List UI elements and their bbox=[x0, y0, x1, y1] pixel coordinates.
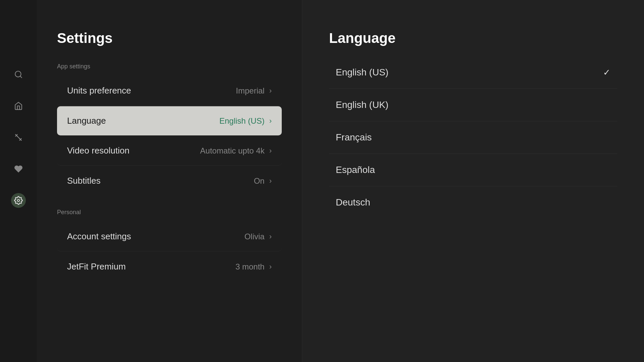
language-option-english-us[interactable]: English (US) ✓ bbox=[329, 56, 617, 89]
language-item[interactable]: Language English (US) › bbox=[57, 106, 282, 135]
language-name-english-uk: English (UK) bbox=[336, 100, 388, 110]
units-preference-item[interactable]: Units preference Imperial › bbox=[57, 76, 282, 106]
settings-icon[interactable] bbox=[11, 193, 26, 208]
language-panel: Language English (US) ✓ English (UK) Fra… bbox=[302, 0, 644, 362]
language-option-francais[interactable]: Français bbox=[329, 121, 617, 154]
sidebar bbox=[0, 0, 37, 362]
svg-point-3 bbox=[17, 199, 20, 202]
language-name-deutsch: Deutsch bbox=[336, 197, 370, 208]
premium-chevron-icon: › bbox=[269, 262, 272, 271]
language-right: English (US) › bbox=[219, 116, 272, 126]
video-chevron-icon: › bbox=[269, 146, 272, 155]
language-chevron-icon: › bbox=[269, 117, 272, 125]
premium-value: 3 month bbox=[235, 262, 265, 272]
home-icon[interactable] bbox=[11, 99, 26, 113]
video-label: Video resolution bbox=[67, 145, 129, 156]
settings-panel: Settings App settings Units preference I… bbox=[37, 0, 302, 362]
language-label: Language bbox=[67, 116, 106, 126]
personal-settings-list: Account settings Olivia › JetFit Premium… bbox=[57, 222, 282, 281]
account-value: Olivia bbox=[245, 232, 265, 241]
search-icon[interactable] bbox=[11, 67, 26, 82]
check-icon-english-us: ✓ bbox=[603, 67, 610, 78]
language-option-espanola[interactable]: Española bbox=[329, 154, 617, 186]
language-name-english-us: English (US) bbox=[336, 67, 388, 78]
account-settings-item[interactable]: Account settings Olivia › bbox=[57, 222, 282, 251]
language-option-deutsch[interactable]: Deutsch bbox=[329, 186, 617, 219]
account-chevron-icon: › bbox=[269, 232, 272, 241]
app-settings-label: App settings bbox=[57, 63, 282, 70]
subtitles-item[interactable]: Subtitles On › bbox=[57, 166, 282, 195]
video-value: Automatic upto 4k bbox=[200, 146, 265, 156]
units-label: Units preference bbox=[67, 85, 131, 96]
subtitles-right: On › bbox=[254, 176, 272, 186]
premium-item[interactable]: JetFit Premium 3 month › bbox=[57, 252, 282, 281]
video-right: Automatic upto 4k › bbox=[200, 146, 272, 156]
subtitles-chevron-icon: › bbox=[269, 177, 272, 185]
language-value: English (US) bbox=[219, 116, 265, 126]
language-list: English (US) ✓ English (UK) Français Esp… bbox=[329, 56, 617, 219]
subtitles-value: On bbox=[254, 176, 265, 186]
language-option-english-uk[interactable]: English (UK) bbox=[329, 89, 617, 121]
favorites-icon[interactable] bbox=[11, 162, 26, 176]
video-resolution-item[interactable]: Video resolution Automatic upto 4k › bbox=[57, 136, 282, 166]
units-chevron-icon: › bbox=[269, 86, 272, 95]
account-right: Olivia › bbox=[245, 232, 272, 241]
language-panel-title: Language bbox=[329, 30, 617, 46]
units-value: Imperial bbox=[236, 86, 264, 96]
account-label: Account settings bbox=[67, 231, 131, 242]
premium-right: 3 month › bbox=[235, 262, 272, 272]
language-name-espanola: Española bbox=[336, 165, 375, 175]
tools-icon[interactable] bbox=[11, 130, 26, 145]
subtitles-label: Subtitles bbox=[67, 176, 101, 186]
svg-line-1 bbox=[20, 76, 22, 78]
units-right: Imperial › bbox=[236, 86, 272, 96]
personal-label: Personal bbox=[57, 209, 282, 216]
premium-label: JetFit Premium bbox=[67, 261, 126, 272]
settings-title: Settings bbox=[57, 30, 282, 46]
language-name-francais: Français bbox=[336, 132, 372, 143]
app-settings-list: Units preference Imperial › Language Eng… bbox=[57, 76, 282, 195]
